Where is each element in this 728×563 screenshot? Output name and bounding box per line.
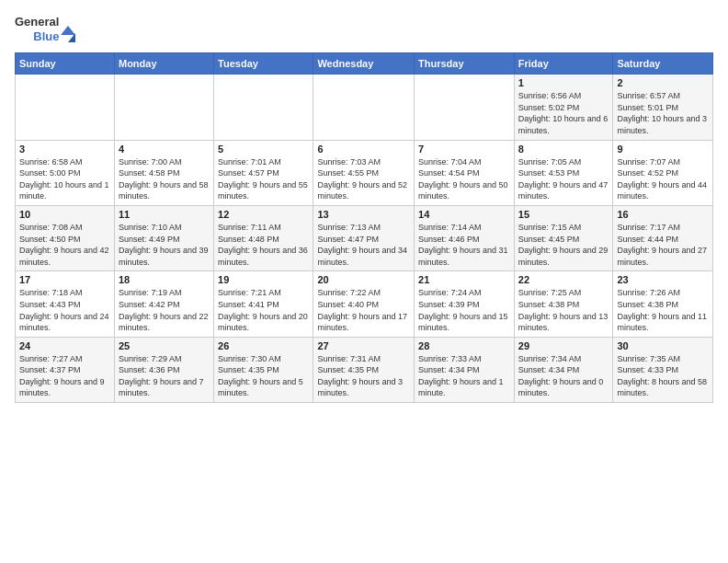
day-info: Sunrise: 7:01 AMSunset: 4:57 PMDaylight:… — [218, 156, 309, 202]
day-info: Sunrise: 7:10 AMSunset: 4:49 PMDaylight:… — [119, 222, 210, 268]
weekday-thursday: Thursday — [415, 53, 515, 75]
weekday-tuesday: Tuesday — [214, 53, 313, 75]
day-info: Sunrise: 7:03 AMSunset: 4:55 PMDaylight:… — [317, 156, 410, 202]
day-info: Sunrise: 7:00 AMSunset: 4:58 PMDaylight:… — [119, 156, 210, 202]
calendar-cell: 1Sunrise: 6:56 AMSunset: 5:02 PMDaylight… — [514, 75, 613, 140]
calendar-cell: 10Sunrise: 7:08 AMSunset: 4:50 PMDayligh… — [16, 205, 115, 270]
day-number: 3 — [19, 144, 110, 155]
week-row-1: 1Sunrise: 6:56 AMSunset: 5:02 PMDaylight… — [16, 75, 713, 140]
day-number: 17 — [19, 274, 110, 285]
week-row-5: 24Sunrise: 7:27 AMSunset: 4:37 PMDayligh… — [16, 337, 713, 402]
calendar-cell — [114, 75, 213, 140]
day-info: Sunrise: 7:24 AMSunset: 4:39 PMDaylight:… — [418, 287, 510, 333]
calendar-cell: 26Sunrise: 7:30 AMSunset: 4:35 PMDayligh… — [214, 337, 313, 402]
day-number: 29 — [518, 340, 609, 351]
day-info: Sunrise: 7:07 AMSunset: 4:52 PMDaylight:… — [617, 156, 709, 202]
calendar-cell: 20Sunrise: 7:22 AMSunset: 4:40 PMDayligh… — [313, 271, 415, 337]
day-info: Sunrise: 7:14 AMSunset: 4:46 PMDaylight:… — [418, 222, 510, 268]
calendar-cell — [313, 75, 415, 140]
day-info: Sunrise: 7:11 AMSunset: 4:48 PMDaylight:… — [218, 222, 309, 268]
day-number: 1 — [518, 77, 609, 88]
calendar-cell: 2Sunrise: 6:57 AMSunset: 5:01 PMDaylight… — [613, 75, 713, 140]
day-number: 24 — [19, 340, 110, 351]
day-info: Sunrise: 7:13 AMSunset: 4:47 PMDaylight:… — [317, 222, 410, 268]
calendar-cell: 23Sunrise: 7:26 AMSunset: 4:38 PMDayligh… — [613, 271, 713, 337]
day-number: 11 — [119, 209, 210, 220]
day-number: 15 — [518, 209, 609, 220]
day-number: 10 — [19, 209, 110, 220]
day-number: 14 — [418, 209, 510, 220]
calendar-cell: 17Sunrise: 7:18 AMSunset: 4:43 PMDayligh… — [16, 271, 115, 337]
day-number: 22 — [518, 274, 609, 285]
day-info: Sunrise: 7:25 AMSunset: 4:38 PMDaylight:… — [518, 287, 609, 333]
calendar-cell: 7Sunrise: 7:04 AMSunset: 4:54 PMDaylight… — [415, 140, 515, 205]
calendar-cell: 22Sunrise: 7:25 AMSunset: 4:38 PMDayligh… — [514, 271, 613, 337]
day-info: Sunrise: 7:18 AMSunset: 4:43 PMDaylight:… — [19, 287, 110, 333]
day-number: 16 — [617, 209, 709, 220]
day-info: Sunrise: 7:31 AMSunset: 4:35 PMDaylight:… — [317, 353, 410, 399]
day-number: 27 — [317, 340, 410, 351]
day-number: 2 — [617, 77, 709, 88]
calendar-cell: 5Sunrise: 7:01 AMSunset: 4:57 PMDaylight… — [214, 140, 313, 205]
calendar-cell: 27Sunrise: 7:31 AMSunset: 4:35 PMDayligh… — [313, 337, 415, 402]
calendar-cell: 18Sunrise: 7:19 AMSunset: 4:42 PMDayligh… — [114, 271, 213, 337]
day-number: 7 — [418, 144, 510, 155]
day-info: Sunrise: 6:58 AMSunset: 5:00 PMDaylight:… — [19, 156, 110, 202]
day-number: 6 — [317, 144, 410, 155]
weekday-wednesday: Wednesday — [313, 53, 415, 75]
calendar-cell: 19Sunrise: 7:21 AMSunset: 4:41 PMDayligh… — [214, 271, 313, 337]
calendar-cell: 13Sunrise: 7:13 AMSunset: 4:47 PMDayligh… — [313, 205, 415, 270]
day-number: 30 — [617, 340, 709, 351]
day-info: Sunrise: 7:30 AMSunset: 4:35 PMDaylight:… — [218, 353, 309, 399]
calendar-cell: 16Sunrise: 7:17 AMSunset: 4:44 PMDayligh… — [613, 205, 713, 270]
weekday-monday: Monday — [114, 53, 213, 75]
calendar-cell: 6Sunrise: 7:03 AMSunset: 4:55 PMDaylight… — [313, 140, 415, 205]
day-number: 20 — [317, 274, 410, 285]
calendar-cell: 14Sunrise: 7:14 AMSunset: 4:46 PMDayligh… — [415, 205, 515, 270]
day-info: Sunrise: 7:29 AMSunset: 4:36 PMDaylight:… — [119, 353, 210, 399]
day-info: Sunrise: 6:57 AMSunset: 5:01 PMDaylight:… — [617, 90, 709, 136]
week-row-2: 3Sunrise: 6:58 AMSunset: 5:00 PMDaylight… — [16, 140, 713, 205]
day-info: Sunrise: 7:08 AMSunset: 4:50 PMDaylight:… — [19, 222, 110, 268]
day-info: Sunrise: 7:34 AMSunset: 4:34 PMDaylight:… — [518, 353, 609, 399]
calendar-cell: 24Sunrise: 7:27 AMSunset: 4:37 PMDayligh… — [16, 337, 115, 402]
calendar-cell: 30Sunrise: 7:35 AMSunset: 4:33 PMDayligh… — [613, 337, 713, 402]
day-info: Sunrise: 7:15 AMSunset: 4:45 PMDaylight:… — [518, 222, 609, 268]
calendar-cell — [16, 75, 115, 140]
day-info: Sunrise: 7:19 AMSunset: 4:42 PMDaylight:… — [119, 287, 210, 333]
day-number: 5 — [218, 144, 309, 155]
weekday-sunday: Sunday — [16, 53, 115, 75]
calendar: SundayMondayTuesdayWednesdayThursdayFrid… — [15, 52, 713, 403]
day-number: 28 — [418, 340, 510, 351]
calendar-cell: 8Sunrise: 7:05 AMSunset: 4:53 PMDaylight… — [514, 140, 613, 205]
day-number: 9 — [617, 144, 709, 155]
calendar-cell — [214, 75, 313, 140]
day-info: Sunrise: 7:27 AMSunset: 4:37 PMDaylight:… — [19, 353, 110, 399]
day-info: Sunrise: 7:26 AMSunset: 4:38 PMDaylight:… — [617, 287, 709, 333]
day-number: 8 — [518, 144, 609, 155]
day-info: Sunrise: 7:21 AMSunset: 4:41 PMDaylight:… — [218, 287, 309, 333]
day-info: Sunrise: 7:35 AMSunset: 4:33 PMDaylight:… — [617, 353, 709, 399]
calendar-cell: 29Sunrise: 7:34 AMSunset: 4:34 PMDayligh… — [514, 337, 613, 402]
header: General Blue — [15, 15, 713, 43]
day-number: 26 — [218, 340, 309, 351]
day-info: Sunrise: 7:22 AMSunset: 4:40 PMDaylight:… — [317, 287, 410, 333]
calendar-cell: 21Sunrise: 7:24 AMSunset: 4:39 PMDayligh… — [415, 271, 515, 337]
day-number: 21 — [418, 274, 510, 285]
weekday-saturday: Saturday — [613, 53, 713, 75]
calendar-cell: 3Sunrise: 6:58 AMSunset: 5:00 PMDaylight… — [16, 140, 115, 205]
weekday-friday: Friday — [514, 53, 613, 75]
calendar-cell: 15Sunrise: 7:15 AMSunset: 4:45 PMDayligh… — [514, 205, 613, 270]
week-row-4: 17Sunrise: 7:18 AMSunset: 4:43 PMDayligh… — [16, 271, 713, 337]
day-number: 13 — [317, 209, 410, 220]
logo: General Blue — [15, 15, 75, 43]
calendar-cell: 12Sunrise: 7:11 AMSunset: 4:48 PMDayligh… — [214, 205, 313, 270]
day-number: 23 — [617, 274, 709, 285]
day-number: 4 — [119, 144, 210, 155]
day-number: 19 — [218, 274, 309, 285]
calendar-cell: 25Sunrise: 7:29 AMSunset: 4:36 PMDayligh… — [114, 337, 213, 402]
day-info: Sunrise: 7:04 AMSunset: 4:54 PMDaylight:… — [418, 156, 510, 202]
day-info: Sunrise: 6:56 AMSunset: 5:02 PMDaylight:… — [518, 90, 609, 136]
calendar-cell: 4Sunrise: 7:00 AMSunset: 4:58 PMDaylight… — [114, 140, 213, 205]
day-info: Sunrise: 7:05 AMSunset: 4:53 PMDaylight:… — [518, 156, 609, 202]
